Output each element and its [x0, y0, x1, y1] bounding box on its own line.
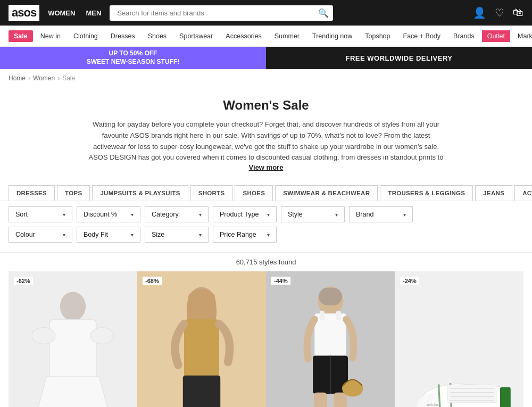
account-icon[interactable]: 👤 — [473, 6, 486, 19]
svg-rect-23 — [334, 393, 347, 407]
product-grid: -62% ♡ ASOS DESIGN cotton jumbo scallop … — [0, 271, 532, 407]
svg-point-1 — [60, 292, 86, 321]
product-card-3[interactable]: -44% ASOS TALL ♡ ASOS DESIGN Tall denim … — [266, 271, 395, 407]
filter-row-1: Sort ▾ Discount % ▾ Category ▾ Product T… — [9, 206, 523, 222]
header-icons: 👤 ♡ 🛍 — [473, 6, 523, 19]
filter-size[interactable]: Size ▾ — [145, 227, 209, 243]
discount-badge-1: -62% — [14, 277, 33, 285]
svg-text:adidas: adidas — [427, 402, 439, 407]
filter-discount[interactable]: Discount % ▾ — [77, 206, 140, 222]
filter-brand-label: Brand — [356, 211, 373, 218]
filter-style[interactable]: Style ▾ — [281, 206, 345, 222]
svg-rect-27 — [500, 387, 511, 407]
chevron-down-icon: ▾ — [403, 212, 406, 218]
view-more-button[interactable]: View more — [249, 163, 284, 171]
breadcrumb: Home › Women › Sale — [0, 69, 532, 87]
nav-item-topshop[interactable]: Topshop — [360, 26, 395, 47]
filter-category[interactable]: Category ▾ — [145, 206, 209, 222]
promo-right[interactable]: FREE WORLDWIDE DELIVERY — [266, 47, 532, 69]
filter-body-fit[interactable]: Body Fit ▾ — [77, 227, 140, 243]
nav-item-dresses[interactable]: Dresses — [105, 26, 140, 47]
svg-rect-28 — [447, 385, 497, 403]
nav-item-summer[interactable]: Summer — [269, 26, 305, 47]
product-card-4[interactable]: adidas -24% ♡ adidas Originals Stan Smit… — [395, 271, 523, 407]
cat-tab-swimwear[interactable]: SWIMWEAR & BEACHWEAR — [275, 185, 378, 201]
page-title: Women's Sale — [9, 98, 523, 113]
filter-colour[interactable]: Colour ▾ — [9, 227, 72, 243]
promo-left-text: UP TO 50% OFFSWEET NEW-SEASON STUFF! — [87, 49, 179, 66]
cat-tab-jumpsuits[interactable]: JUMPSUITS & PLAYSUITS — [92, 185, 188, 201]
filter-colour-label: Colour — [15, 231, 35, 238]
search-button[interactable]: 🔍 — [318, 8, 329, 18]
page-description: Waiting for payday before you complete y… — [85, 119, 447, 163]
svg-point-3 — [32, 328, 55, 344]
cat-tab-shorts[interactable]: SHORTS — [190, 185, 233, 201]
promo-left[interactable]: UP TO 50% OFFSWEET NEW-SEASON STUFF! — [0, 47, 266, 69]
asos-logo[interactable]: asos — [9, 5, 39, 21]
filter-brand[interactable]: Brand ▾ — [349, 206, 413, 222]
svg-rect-11 — [183, 376, 220, 407]
svg-point-4 — [90, 328, 114, 344]
filter-price-range-label: Price Range — [220, 231, 256, 238]
nav-item-brands[interactable]: Brands — [448, 26, 480, 47]
product-card-1[interactable]: -62% ♡ ASOS DESIGN cotton jumbo scallop … — [9, 271, 137, 407]
filter-row-2: Colour ▾ Body Fit ▾ Size ▾ Price Range ▾ — [9, 227, 523, 243]
nav-item-shoes[interactable]: Shoes — [143, 26, 172, 47]
nav-item-sportswear[interactable]: Sportswear — [174, 26, 218, 47]
header: asos WOMEN MEN 🔍 👤 ♡ 🛍 — [0, 0, 532, 26]
nav-item-face-body[interactable]: Face + Body — [398, 26, 446, 47]
svg-rect-19 — [336, 311, 341, 320]
breadcrumb-home[interactable]: Home — [9, 74, 26, 82]
filter-sort[interactable]: Sort ▾ — [9, 206, 72, 222]
breadcrumb-separator-2: › — [57, 74, 60, 82]
filter-price-range[interactable]: Price Range ▾ — [213, 227, 277, 243]
cat-tab-activewear[interactable]: ACTIVEWEAR — [514, 185, 532, 201]
nav-item-new-in[interactable]: New in — [35, 26, 66, 47]
svg-rect-17 — [314, 313, 346, 358]
product-image-1: -62% ♡ — [9, 271, 137, 407]
filter-discount-label: Discount % — [84, 211, 117, 218]
chevron-down-icon: ▾ — [131, 212, 134, 218]
filter-sort-label: Sort — [15, 211, 28, 218]
svg-rect-18 — [320, 311, 325, 320]
nav-item-clothing[interactable]: Clothing — [68, 26, 103, 47]
nav-women[interactable]: WOMEN — [48, 9, 75, 17]
search-bar: 🔍 — [110, 5, 333, 21]
cat-tab-trousers[interactable]: TROUSERS & LEGGINGS — [380, 185, 473, 201]
discount-badge-3: -44% — [271, 277, 290, 285]
search-input[interactable] — [110, 5, 333, 21]
nav-item-trending[interactable]: Trending now — [307, 26, 358, 47]
promo-banner: UP TO 50% OFFSWEET NEW-SEASON STUFF! FRE… — [0, 47, 532, 69]
breadcrumb-current: Sale — [62, 74, 75, 82]
cat-tab-jeans[interactable]: JEANS — [475, 185, 512, 201]
wishlist-icon[interactable]: ♡ — [495, 6, 504, 19]
chevron-down-icon: ▾ — [335, 212, 338, 218]
svg-rect-16 — [319, 288, 342, 305]
cat-tab-dresses[interactable]: DRESSES — [9, 185, 55, 201]
chevron-down-icon: ▾ — [267, 232, 270, 238]
nav-item-marketplace[interactable]: Marketplace — [512, 26, 532, 47]
cat-tab-tops[interactable]: TOPS — [57, 185, 90, 201]
chevron-down-icon: ▾ — [267, 212, 270, 218]
nav-bar: Sale New in Clothing Dresses Shoes Sport… — [0, 26, 532, 47]
breadcrumb-women[interactable]: Women — [33, 74, 55, 82]
nav-item-outlet[interactable]: Outlet — [482, 30, 510, 42]
filter-product-type[interactable]: Product Type ▾ — [213, 206, 277, 222]
product-card-2[interactable]: -68% ♡ ASOS DESIGN oversized vest in lin… — [137, 271, 266, 407]
filter-bar: Sort ▾ Discount % ▾ Category ▾ Product T… — [0, 201, 532, 253]
chevron-down-icon: ▾ — [131, 232, 134, 238]
nav-item-accessories[interactable]: Accessories — [220, 26, 267, 47]
discount-badge-2: -68% — [143, 277, 162, 285]
chevron-down-icon: ▾ — [63, 212, 65, 218]
cat-tab-shoes[interactable]: SHOES — [235, 185, 273, 201]
nav-item-sale[interactable]: Sale — [9, 30, 33, 42]
product-image-3: -44% ASOS TALL ♡ — [266, 271, 395, 407]
bag-icon[interactable]: 🛍 — [513, 6, 523, 19]
product-image-4: adidas -24% ♡ — [395, 271, 523, 407]
filter-style-label: Style — [288, 211, 303, 218]
breadcrumb-separator-1: › — [28, 74, 30, 82]
svg-rect-22 — [314, 393, 327, 407]
discount-badge-4: -24% — [400, 277, 419, 285]
filter-product-type-label: Product Type — [220, 211, 259, 218]
nav-men[interactable]: MEN — [86, 9, 101, 17]
